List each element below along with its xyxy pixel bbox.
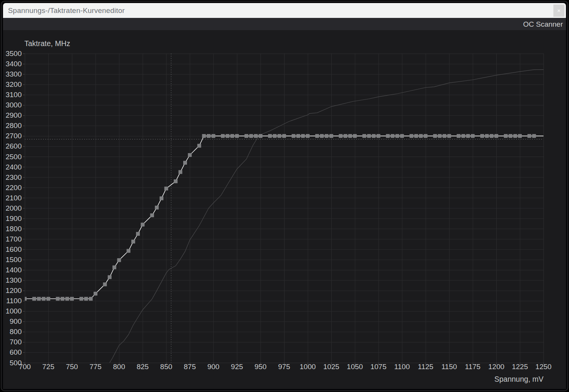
vf-point-handle[interactable] (433, 134, 437, 138)
x-tick-label: 925 (231, 363, 243, 371)
vf-point-handle[interactable] (504, 134, 508, 138)
vf-point-handle[interactable] (126, 249, 130, 253)
vf-point-handle[interactable] (395, 134, 399, 138)
vf-point-handle[interactable] (207, 134, 211, 138)
titlebar[interactable]: Spannungs-/Taktraten-Kurveneditor × (3, 3, 566, 18)
vf-point-handle[interactable] (84, 297, 88, 301)
vf-point-handle[interactable] (155, 206, 159, 210)
vf-point-handle[interactable] (46, 297, 50, 301)
vf-point-handle[interactable] (273, 134, 277, 138)
vf-point-handle[interactable] (117, 258, 121, 262)
vf-point-handle[interactable] (362, 134, 366, 138)
vf-point-handle[interactable] (447, 134, 451, 138)
vf-point-handle[interactable] (386, 134, 390, 138)
vf-point-handle[interactable] (324, 134, 328, 138)
vf-point-handle[interactable] (37, 297, 41, 301)
vf-point-handle[interactable] (202, 134, 206, 138)
vf-point-handle[interactable] (301, 134, 305, 138)
vf-point-handle[interactable] (344, 134, 347, 138)
vf-point-handle[interactable] (377, 134, 380, 138)
vf-point-handle[interactable] (466, 134, 470, 138)
vf-point-handle[interactable] (292, 134, 296, 138)
vf-point-handle[interactable] (80, 297, 83, 301)
y-tick-label: 1600 (6, 245, 22, 253)
vf-point-handle[interactable] (494, 134, 498, 138)
vf-point-handle[interactable] (61, 297, 64, 301)
vf-point-handle[interactable] (70, 297, 74, 301)
vf-point-handle[interactable] (315, 134, 319, 138)
vf-point-handle[interactable] (221, 134, 225, 138)
vf-point-handle[interactable] (278, 134, 281, 138)
vf-point-handle[interactable] (372, 134, 376, 138)
vf-point-handle[interactable] (527, 134, 531, 138)
x-tick-label: 800 (113, 363, 125, 371)
vf-point-handle[interactable] (183, 161, 187, 165)
vf-point-handle[interactable] (513, 134, 517, 138)
vf-point-handle[interactable] (89, 297, 93, 301)
vf-point-handle[interactable] (235, 134, 239, 138)
vf-point-handle[interactable] (457, 134, 460, 138)
vf-point-handle[interactable] (409, 134, 413, 138)
vf-point-handle[interactable] (23, 297, 27, 301)
vf-point-handle[interactable] (56, 297, 60, 301)
vf-point-handle[interactable] (419, 134, 423, 138)
vf-point-handle[interactable] (339, 134, 343, 138)
vf-point-handle[interactable] (131, 240, 135, 243)
vf-point-handle[interactable] (367, 134, 371, 138)
vf-point-handle[interactable] (197, 144, 201, 148)
vf-point-handle[interactable] (225, 134, 229, 138)
vf-point-handle[interactable] (518, 134, 522, 138)
vf-point-handle[interactable] (164, 187, 168, 190)
vf-point-handle[interactable] (296, 134, 300, 138)
vf-point-handle[interactable] (268, 134, 272, 138)
vf-point-handle[interactable] (508, 134, 512, 138)
vf-point-handle[interactable] (136, 232, 140, 236)
vf-point-handle[interactable] (112, 266, 116, 269)
vf-point-handle[interactable] (480, 134, 484, 138)
vf-point-handle[interactable] (391, 134, 395, 138)
vf-point-handle[interactable] (320, 134, 324, 138)
close-button[interactable]: × (553, 5, 564, 17)
vf-point-handle[interactable] (490, 134, 494, 138)
y-tick-label: 2400 (6, 163, 22, 171)
vf-point-handle[interactable] (188, 153, 192, 157)
vf-point-handle[interactable] (150, 213, 154, 217)
vf-point-handle[interactable] (329, 134, 333, 138)
vf-point-handle[interactable] (108, 275, 112, 279)
y-tick-label: 700 (10, 338, 22, 346)
vf-point-handle[interactable] (211, 134, 215, 138)
vf-point-handle[interactable] (254, 134, 258, 138)
y-tick-label: 1700 (6, 235, 22, 243)
vf-point-handle[interactable] (230, 134, 234, 138)
vf-point-handle[interactable] (424, 134, 427, 138)
vf-point-handle[interactable] (259, 134, 262, 138)
vf-point-handle[interactable] (103, 282, 107, 286)
vf-point-handle[interactable] (179, 170, 182, 174)
vf-curve-chart[interactable]: 3500340033003200310030002900280027002600… (3, 30, 566, 389)
vf-point-handle[interactable] (443, 134, 446, 138)
vf-point-handle[interactable] (462, 134, 465, 138)
vf-point-handle[interactable] (174, 179, 177, 183)
oc-scanner-button[interactable]: OC Scanner (523, 21, 563, 28)
vf-point-handle[interactable] (348, 134, 352, 138)
vf-point-handle[interactable] (485, 134, 489, 138)
vf-point-handle[interactable] (94, 292, 97, 296)
vf-point-handle[interactable] (249, 134, 253, 138)
curve-editor-window: Spannungs-/Taktraten-Kurveneditor × OC S… (1, 1, 568, 391)
y-tick-label: 1000 (6, 307, 22, 315)
vf-point-handle[interactable] (471, 134, 475, 138)
vf-point-handle[interactable] (141, 223, 145, 227)
vf-point-handle[interactable] (32, 297, 36, 301)
vf-point-handle[interactable] (160, 197, 163, 200)
vf-point-handle[interactable] (245, 134, 248, 138)
y-tick-label: 3400 (6, 60, 22, 68)
vf-point-handle[interactable] (282, 134, 286, 138)
vf-point-handle[interactable] (353, 134, 357, 138)
vf-point-handle[interactable] (42, 297, 46, 301)
vf-point-handle[interactable] (306, 134, 310, 138)
vf-point-handle[interactable] (438, 134, 442, 138)
vf-point-handle[interactable] (65, 297, 69, 301)
vf-point-handle[interactable] (400, 134, 404, 138)
vf-point-handle[interactable] (414, 134, 418, 138)
vf-point-handle[interactable] (532, 134, 536, 138)
